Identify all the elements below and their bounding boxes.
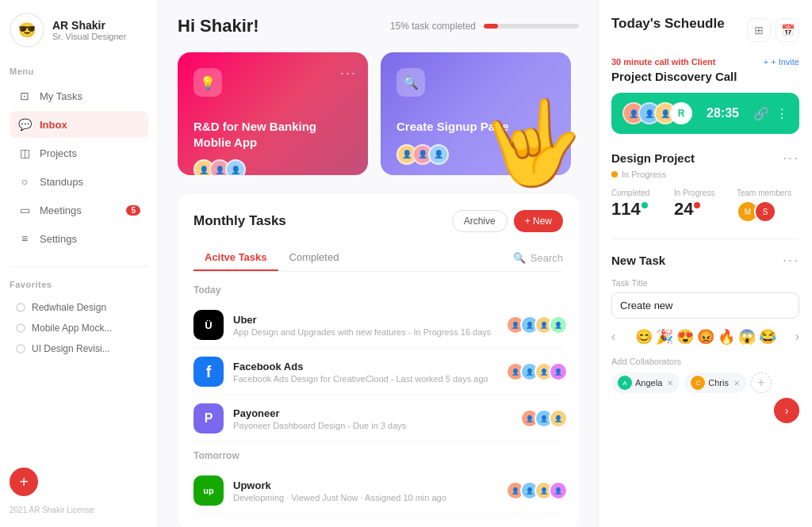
send-task-button[interactable]: › [774, 398, 799, 423]
new-task-menu[interactable]: ··· [783, 252, 799, 269]
profile-info: AR Shakir Sr. Visual Designer [52, 19, 126, 41]
task-progress: 15% task completed [390, 21, 579, 32]
call-more-icon[interactable]: ⋮ [776, 106, 788, 121]
plus-icon: + [764, 57, 768, 67]
greeting-text: Hi Shakir! [178, 16, 259, 36]
fav-item-mobileapp[interactable]: Mobile App Mock... [10, 318, 148, 338]
payoneer-name: Payoneer [233, 407, 511, 419]
add-button[interactable]: + [10, 468, 38, 496]
avatar: 😎 [10, 13, 44, 48]
tasks-tabs: Acitve Tasks Completed 🔍 Search [193, 245, 563, 272]
stat-team: Team members M S [737, 189, 799, 223]
emoji-laugh[interactable]: 😂 [759, 328, 776, 346]
inprogress-value: 24 [674, 199, 737, 220]
payoneer-avatars: 👤 👤 👤 [520, 409, 563, 428]
fav-dot-3 [16, 344, 25, 353]
nav-label-settings: Settings [40, 233, 77, 245]
collab-avatar-angela: A [618, 376, 632, 390]
fb-name: Facebook Ads [233, 361, 496, 372]
grid-icon[interactable]: ⊞ [747, 18, 771, 42]
collab-name-angela: Angela [635, 378, 662, 388]
collab-chip-angela: A Angela ✕ [611, 372, 680, 393]
emoji-smile[interactable]: 😊 [635, 328, 653, 346]
task-item-uber: Ü Uber App Design and Upgrades with new … [193, 302, 563, 349]
sidebar-item-settings[interactable]: ≡ Settings [10, 225, 148, 252]
card-menu-rnd[interactable]: ··· [340, 65, 357, 82]
payoneer-logo: P [193, 403, 224, 433]
task-title-input[interactable] [611, 292, 799, 319]
emoji-party[interactable]: 🎉 [656, 328, 673, 346]
fb-info: Facebook Ads Facebook Ads Design for Cre… [233, 361, 496, 384]
tab-completed[interactable]: Completed [278, 245, 350, 271]
team-label: Team members [737, 189, 799, 197]
sidebar-item-inbox[interactable]: 💬 Inbox [10, 111, 148, 138]
search-icon: 🔍 [513, 252, 526, 264]
card-avatar-3: 👤 [225, 159, 246, 175]
emoji-heart-eyes[interactable]: 😍 [676, 328, 694, 346]
fb-avatars: 👤 👤 👤 👤 [506, 362, 563, 381]
sidebar-divider [10, 266, 148, 267]
progress-bar [484, 24, 579, 29]
completed-dot [642, 202, 648, 208]
new-task-section: New Task ··· Task Title ‹ 😊 🎉 😍 😡 🔥 😱 😂 … [611, 252, 799, 423]
call-avatars: 👤 👤 👤 R [622, 102, 686, 124]
call-link-icon[interactable]: 🔗 [753, 106, 769, 121]
progress-label: 15% task completed [390, 21, 476, 32]
fav-item-uidesign[interactable]: UI Design Revisi... [10, 338, 148, 359]
section-label-tomorrow: Tomorrow [193, 450, 563, 461]
sidebar-profile: 😎 AR Shakir Sr. Visual Designer [10, 13, 148, 48]
call-card: 👤 👤 👤 R 28:35 🔗 ⋮ [611, 93, 799, 134]
fav-item-redwhale[interactable]: Redwhale Design [10, 297, 148, 318]
fav-label-uidesign: UI Design Revisi... [32, 343, 110, 354]
call-actions: 🔗 ⋮ [753, 106, 788, 121]
sidebar-item-meetings[interactable]: ▭ Meetings 5 [10, 197, 148, 223]
call-avatar-r: R [670, 102, 692, 124]
license-text: 2021 AR Shakir License [10, 506, 148, 514]
emoji-left-arrow[interactable]: ‹ [611, 330, 615, 344]
sidebar-item-projects[interactable]: ◫ Projects [10, 139, 148, 166]
task-item-payoneer: P Payoneer Payoneer Dashboard Design - D… [193, 395, 563, 442]
emoji-angry[interactable]: 😡 [697, 328, 714, 346]
upwork-logo: up [193, 475, 224, 506]
profile-role: Sr. Visual Designer [52, 32, 126, 41]
uber-avatars: 👤 👤 👤 👤 [506, 315, 563, 334]
inbox-icon: 💬 [17, 117, 32, 132]
archive-button[interactable]: Archive [452, 210, 508, 232]
card-rnd[interactable]: 💡 ··· R&D for New Banking Moblie App 👤 👤… [178, 52, 368, 175]
upwork-avatars: 👤 👤 👤 👤 [506, 481, 563, 500]
search-button[interactable]: 🔍 Search [513, 252, 563, 264]
completed-value: 114 [611, 199, 674, 220]
tab-active-tasks[interactable]: Acitve Tasks [193, 245, 278, 271]
task-item-facebook: f Facebook Ads Facebook Ads Design for C… [193, 349, 563, 395]
menu-label: Menu [10, 67, 148, 76]
schedule-top: 30 minute call with Client + + Invite [611, 57, 799, 67]
design-project-title: Design Project [611, 151, 695, 165]
remove-chris-button[interactable]: ✕ [733, 379, 740, 388]
design-project-menu[interactable]: ··· [783, 150, 799, 166]
sidebar-item-tasks[interactable]: ⊡ My Tasks [10, 82, 148, 109]
uber-name: Uber [233, 314, 496, 326]
tasks-icon: ⊡ [17, 89, 32, 103]
nav-label-standups: Standups [40, 176, 83, 188]
emoji-shock[interactable]: 😱 [738, 328, 756, 346]
card-signup[interactable]: 🔍 Create Signup Page 👤 👤 👤 🤟 [381, 52, 571, 175]
emoji-row: ‹ 😊 🎉 😍 😡 🔥 😱 😂 › [611, 328, 799, 346]
sidebar-item-standups[interactable]: ○ Standups [10, 168, 148, 195]
emoji-right-arrow[interactable]: › [795, 330, 799, 344]
collab-chip-chris: C Chris ✕ [684, 372, 746, 393]
add-collaborator-button[interactable]: + [751, 372, 772, 393]
card-icon-signup: 🔍 [396, 68, 425, 97]
invite-button[interactable]: + + Invite [764, 57, 799, 67]
new-task-button[interactable]: + New [514, 210, 563, 232]
projects-icon: ◫ [17, 146, 32, 160]
nav-label-tasks: My Tasks [40, 90, 82, 102]
remove-angela-button[interactable]: ✕ [667, 379, 673, 388]
fb-sub: Facebook Ads Design for CreativeCloud - … [233, 374, 496, 384]
section-label-today: Today [193, 285, 563, 296]
design-project-header: Design Project ··· [611, 150, 799, 166]
calendar-icon[interactable]: 📅 [776, 18, 799, 42]
discovery-call-title: Project Discovery Call [611, 70, 799, 83]
team-avatar-2: S [754, 200, 776, 223]
emoji-fire[interactable]: 🔥 [718, 328, 735, 346]
task-title-label: Task Title [611, 278, 799, 288]
